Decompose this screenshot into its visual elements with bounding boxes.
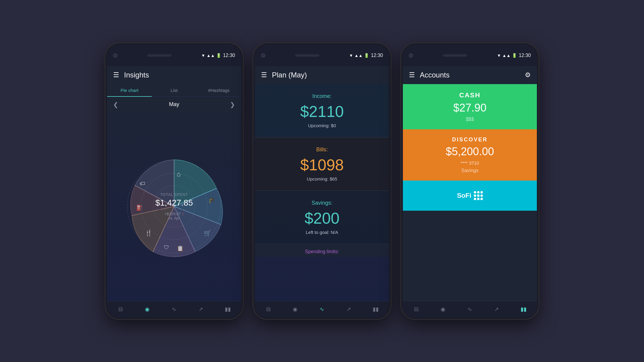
- change-amount: +$329.87: [164, 212, 181, 216]
- status-bar: ▼ ▲▲ 🔋 12:30: [497, 53, 531, 58]
- settings-icon[interactable]: ⚙: [525, 71, 531, 79]
- savings-card: Savings: $200 Left to goal: N/A: [255, 191, 389, 244]
- menu-icon[interactable]: ☰: [261, 71, 267, 79]
- insights-nav-icon: ◉: [293, 306, 298, 313]
- battery-icon: 🔋: [364, 53, 369, 58]
- signal-icon: ▲▲: [206, 53, 215, 58]
- sofi-logo: SoFi: [457, 191, 483, 200]
- sofi-dots-icon: [474, 191, 483, 200]
- nav-item-accounts[interactable]: ▮▮: [510, 304, 537, 314]
- sofi-account-card[interactable]: SoFi: [403, 181, 537, 211]
- nav-item-accounts[interactable]: ▮▮: [214, 304, 241, 314]
- signal-icon: ▲▲: [354, 53, 363, 58]
- menu-icon[interactable]: ☰: [409, 71, 415, 79]
- speaker: [147, 54, 171, 57]
- status-bar: ▼ ▲▲ 🔋 12:30: [349, 53, 383, 58]
- cash-account-sub: $$$: [466, 117, 474, 122]
- status-time: 12:30: [223, 53, 235, 58]
- next-month-button[interactable]: ❯: [230, 101, 235, 108]
- svg-text:🎓: 🎓: [208, 196, 216, 203]
- nav-item-home[interactable]: ⊟: [403, 304, 430, 314]
- wifi-icon: ▼: [349, 53, 353, 58]
- phone-plan: ▼ ▲▲ 🔋 12:30 ☰ Plan (May) Income: $2110: [253, 42, 391, 320]
- menu-icon[interactable]: ☰: [113, 71, 119, 79]
- speaker: [443, 54, 467, 57]
- wifi-icon: ▼: [201, 53, 205, 58]
- svg-text:🛡: 🛡: [164, 244, 169, 250]
- accounts-nav-icon: ▮▮: [373, 306, 379, 313]
- nav-item-accounts[interactable]: ▮▮: [362, 304, 389, 314]
- nav-item-insights[interactable]: ◉: [134, 304, 161, 314]
- discover-account-card[interactable]: DISCOVER $5,200.00 **** 3710 Savings: [403, 129, 537, 181]
- status-bar: ▼ ▲▲ 🔋 12:30: [201, 53, 235, 58]
- nav-item-plan[interactable]: ∿: [309, 304, 336, 314]
- plan-nav-icon: ∿: [172, 306, 176, 313]
- svg-text:⛽: ⛽: [136, 204, 143, 211]
- plan-screen: ☰ Plan (May) Income: $2110 Upcoming: $0 …: [255, 66, 389, 317]
- svg-text:🍴: 🍴: [145, 229, 152, 237]
- app-header: ☰ Accounts ⚙: [403, 66, 537, 84]
- phone-top-bar: ▼ ▲▲ 🔋 12:30: [255, 45, 389, 66]
- speaker: [295, 54, 319, 57]
- cash-account-card[interactable]: CASH $27.90 $$$: [403, 84, 537, 129]
- battery-icon: 🔋: [216, 53, 221, 58]
- total-divider: [156, 209, 192, 210]
- discover-card-number: **** 3710: [461, 160, 479, 165]
- signal-icon: ▲▲: [502, 53, 511, 58]
- total-amount: $1,427.85: [155, 198, 193, 208]
- month-label: May: [169, 101, 179, 108]
- nav-item-insights[interactable]: ◉: [282, 304, 309, 314]
- cash-account-balance: $27.90: [453, 102, 486, 114]
- page-title: Plan (May): [272, 71, 383, 79]
- cash-account-name: CASH: [459, 91, 480, 99]
- month-nav: ❮ May ❯: [107, 97, 241, 112]
- nav-item-home[interactable]: ⊟: [107, 304, 134, 314]
- phone-insights: ▼ ▲▲ 🔋 12:30 ☰ Insights Pie chart Lis: [105, 42, 244, 320]
- plan-nav-icon: ∿: [320, 306, 324, 313]
- nav-item-plan[interactable]: ∿: [161, 304, 188, 314]
- discover-account-name: DISCOVER: [452, 137, 488, 143]
- prev-month-button[interactable]: ❮: [113, 101, 118, 108]
- nav-item-plan[interactable]: ∿: [457, 304, 483, 314]
- bills-card: Bills: $1098 Upcoming: $65: [255, 137, 389, 191]
- pie-center: TOTAL SPENT $1,427.85 +$329.87 ↑ vs. Apr: [155, 193, 193, 220]
- camera-icon: [409, 53, 413, 58]
- savings-amount: $200: [261, 209, 383, 227]
- change-arrow: ↑: [182, 212, 184, 216]
- savings-goal: Left to goal: N/A: [261, 230, 383, 235]
- accounts-nav-icon: ▮▮: [225, 306, 231, 313]
- spending-limits-label: Spending limits:: [255, 244, 389, 257]
- camera-icon: [261, 53, 265, 58]
- tab-hashtags[interactable]: #Hashtags: [196, 84, 241, 96]
- total-spent-label: TOTAL SPENT: [155, 193, 193, 197]
- nav-item-stats[interactable]: ↗: [335, 304, 362, 314]
- status-time: 12:30: [519, 53, 531, 58]
- total-change: +$329.87 ↑: [155, 212, 193, 216]
- income-card: Income: $2110 Upcoming: $0: [255, 84, 389, 137]
- home-nav-icon: ⊟: [118, 306, 123, 313]
- insights-screen: ☰ Insights Pie chart List #Hashtags ❮ Ma…: [107, 66, 241, 317]
- tab-list[interactable]: List: [152, 84, 196, 96]
- accounts-nav-icon: ▮▮: [521, 306, 527, 313]
- phone-top-bar: ▼ ▲▲ 🔋 12:30: [403, 45, 537, 66]
- phone-accounts: ▼ ▲▲ 🔋 12:30 ☰ Accounts ⚙ CASH $27: [400, 42, 539, 320]
- battery-icon: 🔋: [512, 53, 517, 58]
- insights-nav-icon: ◉: [145, 306, 150, 313]
- nav-item-home[interactable]: ⊟: [255, 304, 282, 314]
- svg-text:🏷: 🏷: [140, 181, 145, 187]
- nav-item-stats[interactable]: ↗: [483, 304, 510, 314]
- pie-chart-container: ⌂ 🎓 🛒 📋 🛡 🍴 ⛽ 🏷: [107, 112, 241, 301]
- nav-item-insights[interactable]: ◉: [430, 304, 457, 314]
- home-nav-icon: ⊟: [414, 306, 419, 313]
- stats-nav-icon: ↗: [346, 306, 351, 313]
- page-title: Accounts: [420, 71, 520, 79]
- app-header: ☰ Plan (May): [255, 66, 389, 84]
- bottom-nav: ⊟ ◉ ∿ ↗ ▮▮: [255, 301, 389, 317]
- svg-text:📋: 📋: [177, 245, 184, 252]
- tab-pie-chart[interactable]: Pie chart: [107, 84, 152, 96]
- phone-top-bar: ▼ ▲▲ 🔋 12:30: [107, 45, 241, 66]
- nav-item-stats[interactable]: ↗: [187, 304, 214, 314]
- page-title: Insights: [124, 71, 235, 79]
- income-label: Income:: [261, 93, 383, 99]
- accounts-screen: ☰ Accounts ⚙ CASH $27.90 $$$ DISCOVER $5…: [403, 66, 537, 317]
